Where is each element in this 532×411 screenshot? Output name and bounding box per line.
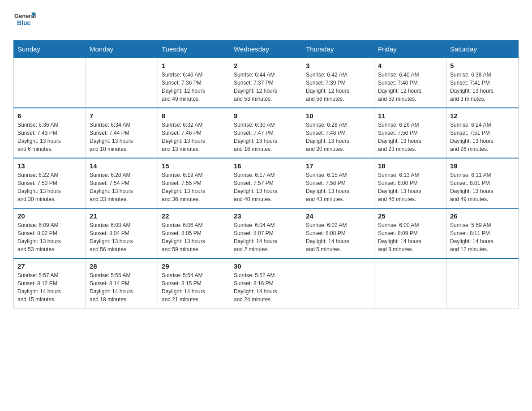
calendar-cell: 13Sunrise: 6:22 AM Sunset: 7:53 PM Dayli… [14, 158, 86, 208]
day-number: 1 [162, 62, 226, 69]
day-info: Sunrise: 5:59 AM Sunset: 8:11 PM Dayligh… [450, 221, 515, 253]
calendar-cell [446, 258, 519, 308]
calendar-cell: 24Sunrise: 6:02 AM Sunset: 8:08 PM Dayli… [302, 208, 374, 258]
day-number: 13 [17, 162, 82, 170]
day-info: Sunrise: 5:52 AM Sunset: 8:16 PM Dayligh… [234, 271, 298, 304]
day-number: 4 [378, 62, 442, 69]
day-number: 12 [450, 112, 515, 120]
day-number: 9 [234, 112, 298, 120]
day-number: 6 [17, 112, 82, 120]
day-info: Sunrise: 6:46 AM Sunset: 7:36 PM Dayligh… [162, 71, 226, 103]
day-number: 22 [162, 212, 226, 220]
day-number: 2 [234, 62, 298, 69]
calendar-cell: 11Sunrise: 6:26 AM Sunset: 7:50 PM Dayli… [374, 108, 446, 158]
day-number: 18 [378, 162, 442, 170]
day-number: 20 [17, 212, 82, 220]
calendar-cell: 3Sunrise: 6:42 AM Sunset: 7:39 PM Daylig… [302, 58, 374, 108]
day-number: 7 [90, 112, 154, 120]
day-info: Sunrise: 6:36 AM Sunset: 7:43 PM Dayligh… [17, 121, 82, 153]
calendar-cell: 18Sunrise: 6:13 AM Sunset: 8:00 PM Dayli… [374, 158, 446, 208]
day-number: 27 [17, 262, 82, 270]
calendar-cell: 26Sunrise: 5:59 AM Sunset: 8:11 PM Dayli… [446, 208, 519, 258]
calendar-cell: 25Sunrise: 6:00 AM Sunset: 8:09 PM Dayli… [374, 208, 446, 258]
calendar-cell: 23Sunrise: 6:04 AM Sunset: 8:07 PM Dayli… [230, 208, 302, 258]
day-number: 26 [450, 212, 515, 220]
day-info: Sunrise: 6:30 AM Sunset: 7:47 PM Dayligh… [234, 121, 298, 153]
weekday-header-thursday: Thursday [302, 41, 374, 58]
calendar-body: 1Sunrise: 6:46 AM Sunset: 7:36 PM Daylig… [14, 58, 519, 308]
day-number: 5 [450, 62, 515, 69]
day-info: Sunrise: 6:17 AM Sunset: 7:57 PM Dayligh… [234, 171, 298, 203]
weekday-header-row: SundayMondayTuesdayWednesdayThursdayFrid… [14, 41, 519, 58]
day-info: Sunrise: 6:28 AM Sunset: 7:48 PM Dayligh… [306, 121, 370, 153]
day-number: 21 [90, 212, 154, 220]
calendar-cell [86, 58, 158, 108]
calendar-cell: 21Sunrise: 6:08 AM Sunset: 8:04 PM Dayli… [86, 208, 158, 258]
day-info: Sunrise: 6:20 AM Sunset: 7:54 PM Dayligh… [90, 171, 154, 203]
calendar-cell: 2Sunrise: 6:44 AM Sunset: 7:37 PM Daylig… [230, 58, 302, 108]
day-number: 15 [162, 162, 226, 170]
calendar-cell: 14Sunrise: 6:20 AM Sunset: 7:54 PM Dayli… [86, 158, 158, 208]
day-number: 23 [234, 212, 298, 220]
day-number: 17 [306, 162, 370, 170]
day-info: Sunrise: 5:57 AM Sunset: 8:12 PM Dayligh… [17, 271, 82, 304]
day-number: 8 [162, 112, 226, 120]
day-info: Sunrise: 6:44 AM Sunset: 7:37 PM Dayligh… [234, 71, 298, 103]
day-number: 14 [90, 162, 154, 170]
weekday-header-monday: Monday [86, 41, 158, 58]
calendar-cell: 17Sunrise: 6:15 AM Sunset: 7:58 PM Dayli… [302, 158, 374, 208]
calendar-week-1: 1Sunrise: 6:46 AM Sunset: 7:36 PM Daylig… [14, 58, 519, 108]
day-info: Sunrise: 6:11 AM Sunset: 8:01 PM Dayligh… [450, 171, 515, 203]
day-info: Sunrise: 6:22 AM Sunset: 7:53 PM Dayligh… [17, 171, 82, 203]
calendar-cell: 9Sunrise: 6:30 AM Sunset: 7:47 PM Daylig… [230, 108, 302, 158]
day-info: Sunrise: 6:04 AM Sunset: 8:07 PM Dayligh… [234, 221, 298, 253]
day-info: Sunrise: 6:06 AM Sunset: 8:05 PM Dayligh… [162, 221, 226, 253]
day-info: Sunrise: 6:00 AM Sunset: 8:09 PM Dayligh… [378, 221, 442, 253]
day-info: Sunrise: 5:55 AM Sunset: 8:14 PM Dayligh… [90, 271, 154, 304]
calendar-cell: 27Sunrise: 5:57 AM Sunset: 8:12 PM Dayli… [14, 258, 86, 308]
day-info: Sunrise: 6:02 AM Sunset: 8:08 PM Dayligh… [306, 221, 370, 253]
logo: General Blue [13, 9, 36, 31]
calendar-week-4: 20Sunrise: 6:09 AM Sunset: 8:02 PM Dayli… [14, 208, 519, 258]
day-info: Sunrise: 6:38 AM Sunset: 7:41 PM Dayligh… [450, 71, 515, 103]
calendar-cell: 7Sunrise: 6:34 AM Sunset: 7:44 PM Daylig… [86, 108, 158, 158]
day-number: 30 [234, 262, 298, 270]
calendar-cell: 6Sunrise: 6:36 AM Sunset: 7:43 PM Daylig… [14, 108, 86, 158]
day-number: 16 [234, 162, 298, 170]
logo-svg: General Blue [13, 9, 36, 31]
calendar-header: SundayMondayTuesdayWednesdayThursdayFrid… [14, 41, 519, 58]
calendar-cell: 10Sunrise: 6:28 AM Sunset: 7:48 PM Dayli… [302, 108, 374, 158]
day-info: Sunrise: 6:34 AM Sunset: 7:44 PM Dayligh… [90, 121, 154, 153]
calendar-cell: 30Sunrise: 5:52 AM Sunset: 8:16 PM Dayli… [230, 258, 302, 308]
weekday-header-saturday: Saturday [446, 41, 519, 58]
day-info: Sunrise: 6:24 AM Sunset: 7:51 PM Dayligh… [450, 121, 515, 153]
calendar-cell: 12Sunrise: 6:24 AM Sunset: 7:51 PM Dayli… [446, 108, 519, 158]
weekday-header-tuesday: Tuesday [158, 41, 230, 58]
calendar-week-5: 27Sunrise: 5:57 AM Sunset: 8:12 PM Dayli… [14, 258, 519, 308]
calendar-cell: 29Sunrise: 5:54 AM Sunset: 8:15 PM Dayli… [158, 258, 230, 308]
calendar-cell: 20Sunrise: 6:09 AM Sunset: 8:02 PM Dayli… [14, 208, 86, 258]
page-header: General Blue [13, 9, 519, 31]
day-info: Sunrise: 6:40 AM Sunset: 7:40 PM Dayligh… [378, 71, 442, 103]
calendar-cell: 8Sunrise: 6:32 AM Sunset: 7:46 PM Daylig… [158, 108, 230, 158]
calendar-cell: 28Sunrise: 5:55 AM Sunset: 8:14 PM Dayli… [86, 258, 158, 308]
weekday-header-wednesday: Wednesday [230, 41, 302, 58]
svg-text:Blue: Blue [17, 19, 31, 26]
calendar-cell: 1Sunrise: 6:46 AM Sunset: 7:36 PM Daylig… [158, 58, 230, 108]
day-number: 24 [306, 212, 370, 220]
calendar-cell: 5Sunrise: 6:38 AM Sunset: 7:41 PM Daylig… [446, 58, 519, 108]
day-info: Sunrise: 6:13 AM Sunset: 8:00 PM Dayligh… [378, 171, 442, 203]
day-info: Sunrise: 6:09 AM Sunset: 8:02 PM Dayligh… [17, 221, 82, 253]
day-info: Sunrise: 6:32 AM Sunset: 7:46 PM Dayligh… [162, 121, 226, 153]
day-number: 10 [306, 112, 370, 120]
calendar-table: SundayMondayTuesdayWednesdayThursdayFrid… [13, 40, 519, 308]
calendar-cell: 19Sunrise: 6:11 AM Sunset: 8:01 PM Dayli… [446, 158, 519, 208]
day-info: Sunrise: 6:42 AM Sunset: 7:39 PM Dayligh… [306, 71, 370, 103]
day-info: Sunrise: 6:26 AM Sunset: 7:50 PM Dayligh… [378, 121, 442, 153]
weekday-header-friday: Friday [374, 41, 446, 58]
day-number: 29 [162, 262, 226, 270]
calendar-cell [374, 258, 446, 308]
calendar-cell [302, 258, 374, 308]
day-number: 19 [450, 162, 515, 170]
weekday-header-sunday: Sunday [14, 41, 86, 58]
